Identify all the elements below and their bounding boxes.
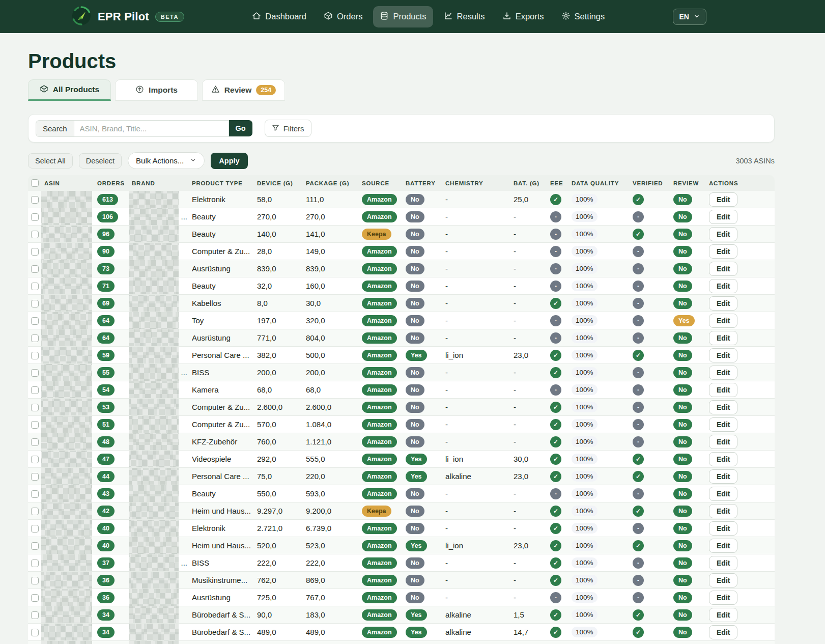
row-checkbox[interactable] [31, 629, 39, 636]
data-quality-value: 100% [572, 506, 598, 516]
data-quality-value: 100% [572, 298, 598, 309]
edit-button[interactable]: Edit [709, 608, 737, 622]
row-checkbox[interactable] [31, 352, 39, 359]
asin-redacted [41, 589, 92, 606]
edit-button[interactable]: Edit [709, 210, 737, 224]
edit-button[interactable]: Edit [709, 192, 737, 207]
edit-button[interactable]: Edit [709, 262, 737, 276]
battery-badge: No [406, 402, 424, 413]
edit-button[interactable]: Edit [709, 539, 737, 553]
search-input[interactable] [74, 120, 229, 137]
row-checkbox[interactable] [31, 438, 39, 446]
edit-button[interactable]: Edit [709, 348, 737, 362]
data-quality-value: 100% [572, 488, 598, 499]
edit-button[interactable]: Edit [709, 244, 737, 259]
nav-item-orders[interactable]: Orders [317, 6, 369, 27]
row-checkbox[interactable] [31, 456, 39, 463]
tab-imports[interactable]: Imports [115, 79, 198, 101]
bulk-actions-select[interactable]: Bulk Actions... [128, 152, 205, 169]
nav-item-dashboard[interactable]: Dashboard [245, 6, 313, 27]
row-checkbox[interactable] [31, 404, 39, 411]
row-checkbox[interactable] [31, 196, 39, 204]
edit-button[interactable]: Edit [709, 591, 737, 605]
apply-button[interactable]: Apply [211, 153, 247, 169]
tab-all-products[interactable]: All Products [28, 79, 111, 101]
edit-button[interactable]: Edit [709, 504, 737, 518]
row-checkbox[interactable] [31, 248, 39, 256]
edit-button[interactable]: Edit [709, 625, 737, 639]
row-checkbox[interactable] [31, 334, 39, 342]
table-row: 44 Personal Care ... 75,0 220,0 Amazon Y… [28, 468, 775, 485]
edit-button[interactable]: Edit [709, 279, 737, 293]
select-all-checkbox[interactable] [31, 179, 39, 187]
battery-weight-cell: - [510, 485, 547, 502]
col-verified: VERIFIED [630, 175, 670, 191]
row-checkbox[interactable] [31, 213, 39, 221]
edit-button[interactable]: Edit [709, 573, 737, 587]
row-checkbox[interactable] [31, 577, 39, 584]
edit-button[interactable]: Edit [709, 417, 737, 432]
device-weight-cell: 839,0 [254, 260, 303, 277]
product-type-cell: Toy [189, 312, 254, 329]
col-product-type: PRODUCT TYPE [189, 175, 254, 191]
row-checkbox[interactable] [31, 473, 39, 481]
table-row: 36 Musikinstrume... 762,0 869,0 Amazon N… [28, 572, 775, 589]
search-go-button[interactable]: Go [229, 120, 252, 136]
nav-item-results[interactable]: Results [437, 6, 492, 27]
edit-button[interactable]: Edit [709, 556, 737, 570]
row-checkbox[interactable] [31, 386, 39, 394]
battery-weight-cell: - [510, 243, 547, 260]
asin-redacted [41, 208, 92, 225]
row-checkbox[interactable] [31, 300, 39, 307]
row-checkbox[interactable] [31, 542, 39, 550]
nav-item-products[interactable]: Products [373, 6, 433, 27]
edit-button[interactable]: Edit [709, 331, 737, 345]
table-row: 47 Videospiele 292,0 555,0 Amazon Yes li… [28, 451, 775, 468]
row-checkbox[interactable] [31, 265, 39, 273]
nav-item-exports[interactable]: Exports [496, 6, 551, 27]
table-row: 51 Computer & Zu... 570,0 1.084,0 Amazon… [28, 416, 775, 433]
edit-button[interactable]: Edit [709, 366, 737, 380]
row-checkbox[interactable] [31, 594, 39, 602]
edit-button[interactable]: Edit [709, 435, 737, 449]
source-badge: Amazon [362, 436, 397, 447]
deselect-button[interactable]: Deselect [79, 153, 122, 169]
edit-button[interactable]: Edit [709, 400, 737, 414]
edit-button[interactable]: Edit [709, 521, 737, 536]
row-checkbox[interactable] [31, 525, 39, 533]
row-checkbox[interactable] [31, 559, 39, 567]
edit-button[interactable]: Edit [709, 227, 737, 241]
select-all-button[interactable]: Select All [28, 153, 73, 169]
brand-redacted [129, 191, 179, 208]
brand-redacted [129, 537, 179, 554]
row-checkbox[interactable] [31, 421, 39, 429]
asin-redacted [41, 191, 92, 208]
language-select[interactable]: EN [673, 9, 706, 25]
product-type-cell: Beauty [189, 277, 254, 295]
edit-button[interactable]: Edit [709, 314, 737, 328]
filters-button[interactable]: Filters [265, 120, 311, 137]
source-badge: Amazon [362, 419, 397, 430]
brand-redacted [129, 468, 179, 485]
asin-redacted [41, 381, 92, 398]
row-checkbox[interactable] [31, 369, 39, 377]
edit-button[interactable]: Edit [709, 487, 737, 501]
row-checkbox[interactable] [31, 490, 39, 498]
col-review: REVIEW [670, 175, 706, 191]
row-checkbox[interactable] [31, 283, 39, 290]
nav-item-settings[interactable]: Settings [555, 6, 612, 27]
asin-redacted [41, 502, 92, 519]
row-checkbox[interactable] [31, 231, 39, 238]
row-checkbox[interactable] [31, 317, 39, 325]
table-row: 53 Computer & Zu... 2.600,0 2.600,0 Amaz… [28, 399, 775, 416]
edit-button[interactable]: Edit [709, 383, 737, 397]
review-badge: No [673, 246, 692, 257]
edit-button[interactable]: Edit [709, 452, 737, 466]
row-checkbox[interactable] [31, 611, 39, 619]
tab-review[interactable]: Review 254 [202, 79, 285, 101]
edit-button[interactable]: Edit [709, 469, 737, 484]
edit-button[interactable]: Edit [709, 296, 737, 311]
row-checkbox[interactable] [31, 508, 39, 515]
battery-weight-cell: - [510, 381, 547, 399]
data-quality-value: 100% [572, 592, 598, 603]
